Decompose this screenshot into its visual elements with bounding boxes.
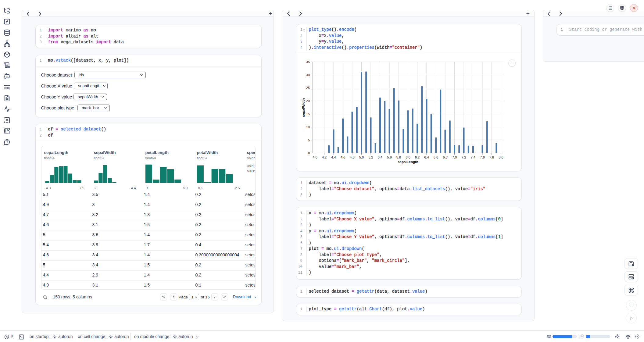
svg-text:7.0: 7.0 — [452, 155, 457, 159]
svg-text:sepalLength: sepalLength — [398, 160, 418, 164]
svg-text:5.4: 5.4 — [378, 155, 382, 159]
svg-text:5.6: 5.6 — [387, 155, 392, 159]
svg-text:25: 25 — [306, 86, 310, 90]
svg-text:7.2: 7.2 — [461, 155, 466, 159]
svg-text:6.2: 6.2 — [415, 155, 420, 159]
svg-text:sepalWidth: sepalWidth — [302, 98, 305, 117]
svg-text:4.0: 4.0 — [313, 155, 317, 159]
svg-text:5.0: 5.0 — [359, 155, 364, 159]
svg-text:4.6: 4.6 — [341, 155, 345, 159]
svg-text:7.4: 7.4 — [471, 155, 475, 159]
svg-text:6.4: 6.4 — [424, 155, 429, 159]
svg-text:4.4: 4.4 — [331, 155, 336, 159]
svg-text:15: 15 — [306, 112, 310, 116]
svg-text:4.2: 4.2 — [322, 155, 327, 159]
svg-text:6.0: 6.0 — [406, 155, 410, 159]
svg-text:4.8: 4.8 — [350, 155, 354, 159]
svg-text:7.8: 7.8 — [489, 155, 494, 159]
svg-text:6.8: 6.8 — [443, 155, 447, 159]
svg-text:5.2: 5.2 — [368, 155, 373, 159]
svg-text:20: 20 — [306, 99, 310, 103]
svg-text:30: 30 — [306, 73, 310, 77]
svg-text:7.6: 7.6 — [480, 155, 485, 159]
svg-text:0: 0 — [308, 151, 310, 155]
svg-text:35: 35 — [306, 60, 310, 64]
svg-text:5: 5 — [308, 138, 310, 142]
svg-text:10: 10 — [306, 125, 310, 129]
svg-text:5.8: 5.8 — [396, 155, 401, 159]
svg-text:8.0: 8.0 — [499, 155, 503, 159]
svg-text:6.6: 6.6 — [434, 155, 438, 159]
